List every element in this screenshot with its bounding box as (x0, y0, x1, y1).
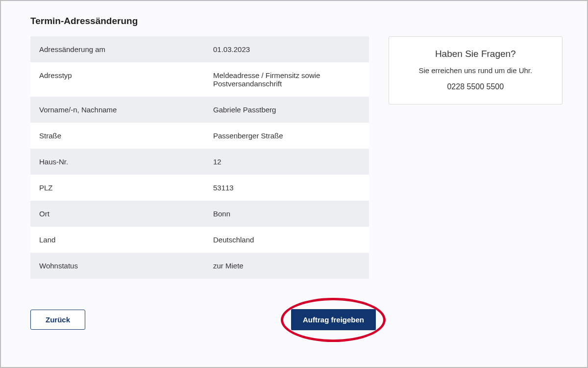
row-value: Passenberger Straße (213, 131, 360, 140)
row-label: Haus-Nr. (39, 158, 213, 166)
row-label: Adresstyp (39, 71, 213, 88)
row-label: Ort (39, 210, 213, 218)
table-row: Adressänderung am 01.03.2023 (30, 36, 369, 62)
row-value: 12 (213, 158, 360, 166)
app-frame: Termin-Adressänderung Adressänderung am … (0, 0, 588, 368)
row-value: zur Miete (213, 262, 360, 270)
row-label: Straße (39, 131, 213, 140)
page-title: Termin-Adressänderung (30, 16, 563, 26)
back-button[interactable]: Zurück (30, 310, 85, 330)
row-label: Land (39, 236, 213, 244)
content-area: Adressänderung am 01.03.2023 Adresstyp M… (30, 36, 563, 279)
help-phone: 0228 5500 5500 (399, 82, 552, 91)
help-subtitle: Sie erreichen uns rund um die Uhr. (399, 66, 552, 75)
row-value: Meldeadresse / Firmensitz sowie Postvers… (213, 71, 341, 88)
submit-button-wrap: Auftrag freigeben (291, 309, 376, 330)
row-label: Vorname/-n, Nachname (39, 105, 213, 114)
table-row: PLZ 53113 (30, 175, 369, 201)
help-box: Haben Sie Fragen? Sie erreichen uns rund… (389, 36, 563, 105)
table-row: Straße Passenberger Straße (30, 123, 369, 149)
actions-bar: Zurück Auftrag freigeben (30, 309, 376, 330)
table-row: Haus-Nr. 12 (30, 149, 369, 175)
row-label: Wohnstatus (39, 262, 213, 270)
row-value: 01.03.2023 (213, 45, 360, 53)
table-row: Wohnstatus zur Miete (30, 253, 369, 279)
row-value: Bonn (213, 210, 360, 218)
row-value: Deutschland (213, 236, 360, 244)
row-label: Adressänderung am (39, 45, 213, 53)
submit-button[interactable]: Auftrag freigeben (291, 309, 376, 330)
row-value: 53113 (213, 184, 360, 192)
row-value: Gabriele Passtberg (213, 105, 360, 114)
table-row: Adresstyp Meldeadresse / Firmensitz sowi… (30, 62, 369, 97)
summary-table: Adressänderung am 01.03.2023 Adresstyp M… (30, 36, 369, 279)
table-row: Land Deutschland (30, 227, 369, 253)
help-title: Haben Sie Fragen? (399, 49, 552, 59)
table-row: Ort Bonn (30, 201, 369, 227)
table-row: Vorname/-n, Nachname Gabriele Passtberg (30, 97, 369, 123)
row-label: PLZ (39, 184, 213, 192)
